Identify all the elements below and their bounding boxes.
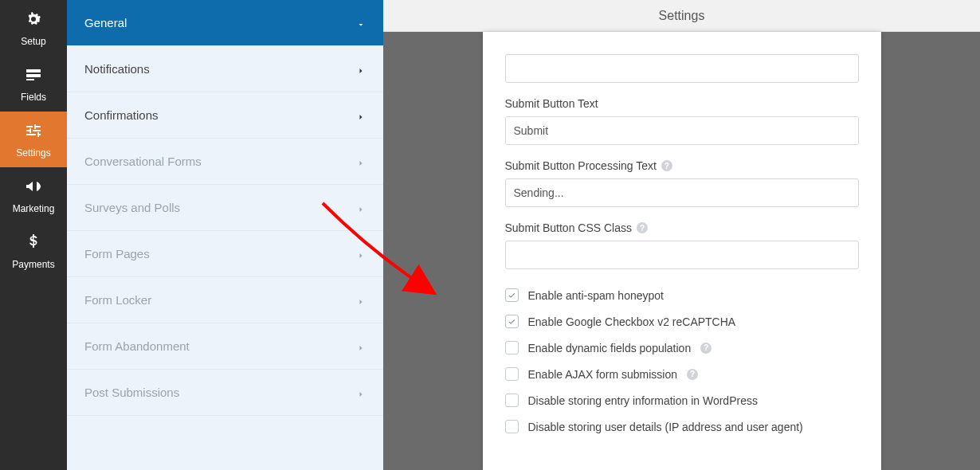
checkbox-label: Enable AJAX form submission — [528, 368, 678, 381]
subbar-item-surveys[interactable]: Surveys and Polls — [67, 185, 383, 231]
gear-icon — [24, 10, 43, 31]
subbar-item-label: Post Submissions — [84, 386, 179, 399]
subbar-item-label: Notifications — [84, 62, 150, 76]
stage: Settings Submit Button Text Submit Butto… — [383, 0, 980, 470]
chevron-right-icon — [356, 157, 366, 166]
checkbox[interactable] — [505, 394, 519, 407]
subbar-item-label: Form Abandonment — [84, 339, 190, 353]
help-icon[interactable]: ? — [687, 369, 698, 380]
subbar-item-abandonment[interactable]: Form Abandonment — [67, 323, 383, 370]
css-class-label: Submit Button CSS Class ? — [505, 221, 859, 234]
chevron-down-icon — [356, 18, 366, 28]
chevron-right-icon — [356, 249, 366, 259]
sliders-icon — [24, 121, 43, 143]
subbar-item-label: Form Locker — [84, 293, 151, 307]
mainbar-item-settings[interactable]: Settings — [0, 112, 67, 167]
subbar-item-formlocker[interactable]: Form Locker — [67, 277, 383, 323]
mainbar-item-marketing[interactable]: Marketing — [0, 167, 67, 223]
subbar-item-label: Form Pages — [84, 247, 150, 260]
form-name-input[interactable] — [505, 54, 859, 83]
page-title: Settings — [383, 0, 980, 32]
checkbox[interactable] — [505, 341, 519, 354]
bullhorn-icon — [24, 177, 43, 198]
chevron-right-icon — [356, 111, 366, 120]
form-fields-icon — [24, 65, 43, 87]
checkbox[interactable] — [505, 288, 519, 302]
help-icon[interactable]: ? — [700, 343, 711, 354]
app-root: Setup Fields Settings Marketing Payments… — [0, 0, 980, 470]
checkbox-label: Disable storing entry information in Wor… — [528, 394, 758, 407]
check-row-recaptcha: Enable Google Checkbox v2 reCAPTCHA — [505, 315, 859, 328]
subbar-item-postsub[interactable]: Post Submissions — [67, 370, 383, 416]
checkbox-label: Disable storing user details (IP address… — [528, 421, 803, 433]
chevron-right-icon — [356, 342, 366, 351]
submit-text-input[interactable] — [505, 116, 859, 145]
chevron-right-icon — [356, 65, 366, 74]
checkbox[interactable] — [505, 367, 519, 381]
mainbar-item-setup[interactable]: Setup — [0, 0, 67, 56]
checkbox[interactable] — [505, 315, 519, 328]
mainbar-label: Setup — [21, 36, 45, 47]
settings-panel: Submit Button Text Submit Button Process… — [483, 32, 881, 470]
mainbar: Setup Fields Settings Marketing Payments — [0, 0, 67, 470]
check-row-honeypot: Enable anti-spam honeypot — [505, 288, 859, 302]
mainbar-label: Payments — [12, 259, 54, 270]
check-row-dynamic: Enable dynamic fields population ? — [505, 341, 859, 354]
mainbar-label: Marketing — [13, 203, 55, 214]
subbar: General Notifications Confirmations Conv… — [67, 0, 383, 470]
stage-body: Submit Button Text Submit Button Process… — [383, 32, 980, 470]
subbar-item-formpages[interactable]: Form Pages — [67, 231, 383, 277]
subbar-item-notifications[interactable]: Notifications — [67, 46, 383, 92]
label-text: Submit Button Processing Text — [505, 159, 657, 172]
subbar-item-general[interactable]: General — [67, 0, 383, 46]
check-row-ajax: Enable AJAX form submission ? — [505, 367, 859, 381]
check-row-nouser: Disable storing user details (IP address… — [505, 420, 859, 433]
subbar-item-confirmations[interactable]: Confirmations — [67, 92, 383, 139]
checkbox-label: Enable anti-spam honeypot — [528, 289, 664, 302]
processing-text-label: Submit Button Processing Text ? — [505, 159, 859, 172]
chevron-right-icon — [356, 388, 366, 398]
checkbox-list: Enable anti-spam honeypot Enable Google … — [505, 288, 859, 433]
css-class-input[interactable] — [505, 241, 859, 269]
subbar-item-label: Surveys and Polls — [84, 201, 180, 214]
checkbox[interactable] — [505, 420, 519, 433]
help-icon[interactable]: ? — [637, 222, 648, 233]
check-row-noentry: Disable storing entry information in Wor… — [505, 394, 859, 407]
mainbar-label: Fields — [21, 92, 46, 103]
subbar-item-conversational[interactable]: Conversational Forms — [67, 139, 383, 185]
subbar-item-label: General — [84, 16, 127, 29]
submit-text-label: Submit Button Text — [505, 97, 859, 110]
mainbar-item-fields[interactable]: Fields — [0, 56, 67, 112]
help-icon[interactable]: ? — [661, 160, 672, 171]
chevron-right-icon — [356, 203, 366, 213]
subbar-item-label: Confirmations — [84, 108, 159, 122]
processing-text-input[interactable] — [505, 178, 859, 207]
label-text: Submit Button CSS Class — [505, 221, 633, 234]
mainbar-item-payments[interactable]: Payments — [0, 223, 67, 279]
checkbox-label: Enable dynamic fields population — [528, 342, 692, 354]
chevron-right-icon — [356, 296, 366, 305]
subbar-item-label: Conversational Forms — [84, 155, 202, 168]
checkbox-label: Enable Google Checkbox v2 reCAPTCHA — [528, 315, 736, 328]
mainbar-label: Settings — [16, 147, 50, 159]
dollar-icon — [24, 233, 43, 254]
